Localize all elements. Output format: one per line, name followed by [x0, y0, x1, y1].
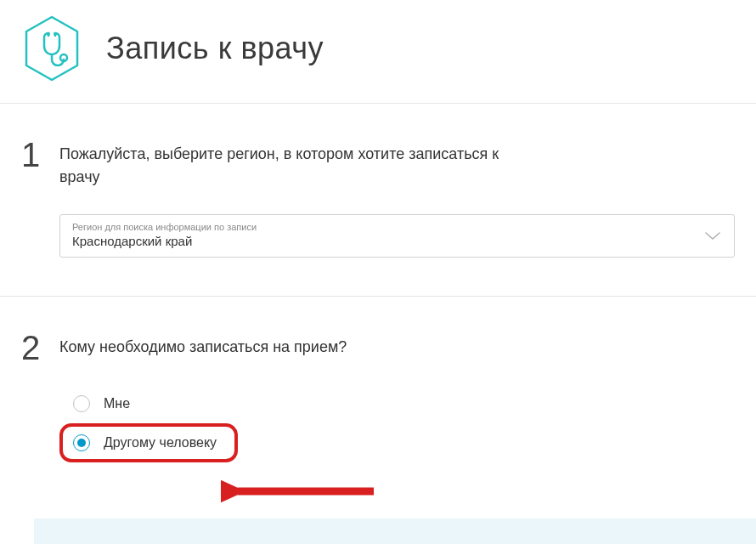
- step-content: Пожалуйста, выберите регион, в котором х…: [59, 138, 735, 258]
- step-title: Пожалуйста, выберите регион, в котором х…: [59, 143, 535, 189]
- radio-option-other[interactable]: Другому человеку: [59, 423, 238, 462]
- select-label: Регион для поиска информации по записи: [72, 222, 700, 232]
- page-title: Запись к врачу: [106, 31, 324, 66]
- svg-point-0: [60, 54, 67, 61]
- radio-icon: [73, 434, 90, 451]
- bottom-bar: [34, 518, 756, 544]
- chevron-down-icon: [705, 229, 720, 244]
- radio-group: Мне Другому человеку: [59, 384, 735, 462]
- step-title: Кому необходимо записаться на прием?: [59, 336, 535, 359]
- page-header: Запись к врачу: [0, 0, 756, 104]
- radio-icon: [73, 395, 90, 412]
- stethoscope-icon: [21, 15, 82, 82]
- radio-label: Мне: [104, 396, 130, 411]
- region-select[interactable]: Регион для поиска информации по записи К…: [59, 214, 735, 258]
- step-content: Кому необходимо записаться на прием? Мне…: [59, 331, 735, 462]
- step-number: 2: [21, 331, 59, 462]
- step-2: 2 Кому необходимо записаться на прием? М…: [0, 297, 756, 471]
- radio-option-self[interactable]: Мне: [59, 384, 735, 423]
- svg-point-1: [47, 32, 50, 36]
- select-value: Краснодарский край: [72, 234, 700, 248]
- step-1: 1 Пожалуйста, выберите регион, в котором…: [0, 104, 756, 266]
- svg-point-2: [54, 32, 57, 36]
- radio-label: Другому человеку: [104, 435, 217, 450]
- arrow-annotation: [221, 476, 391, 522]
- step-number: 1: [21, 138, 59, 258]
